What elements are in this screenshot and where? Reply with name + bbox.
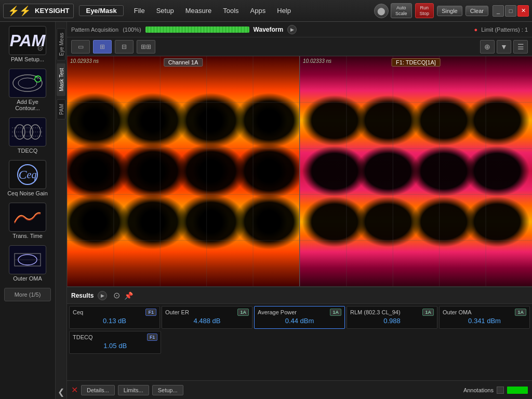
results-pin-button[interactable]: 📌 — [124, 291, 133, 300]
menu-file[interactable]: File — [129, 5, 150, 17]
sidebar-item-eye-contour[interactable]: Add Eye Contour... — [4, 66, 51, 113]
trans-time-label: Trans. Time — [12, 233, 43, 239]
vtab-mask-test[interactable]: Mask Test — [57, 63, 65, 96]
wfm-btn-single[interactable]: ▭ — [71, 40, 90, 54]
eye-contour-label: Add Eye Contour... — [5, 99, 50, 111]
metric-tdecq-name: TDECQ — [73, 334, 93, 340]
acquisition-bar: Pattern Acquisition (100%) Waveform ▶ ● … — [67, 22, 532, 37]
results-label: Results — [71, 292, 94, 299]
run-stop-button[interactable]: RunStop — [415, 3, 434, 19]
outer-oma-label: Outer OMA — [13, 275, 42, 282]
tdecq-label: TDECQ — [18, 148, 38, 154]
sidebar-item-ceq[interactable]: Ceq Ceq Noise Gain — [4, 158, 51, 198]
autoscale-button[interactable]: AutoScale — [391, 3, 412, 19]
metric-rlm-badge: 1A — [422, 309, 434, 316]
sidebar-item-trans-time[interactable]: Trans. Time — [4, 201, 51, 241]
details-button[interactable]: Details... — [81, 385, 115, 395]
acq-progress-bar — [145, 26, 249, 33]
channel-label-2: F1: TDECQ[1A] — [391, 58, 441, 66]
acq-percent: (100%) — [123, 26, 141, 33]
results-play-button[interactable]: ▶ — [98, 291, 107, 300]
camera-button[interactable]: ⬤ — [374, 4, 389, 18]
arrow-down-button[interactable]: ▼ — [497, 40, 511, 54]
vtab-eye-meas[interactable]: Eye Meas — [57, 28, 65, 60]
menu-tools[interactable]: Tools — [218, 5, 244, 17]
vtab-pam[interactable]: PAM — [57, 99, 65, 119]
tdecq-svg — [12, 122, 43, 142]
sidebar-item-outer-oma[interactable]: Outer OMA — [4, 243, 51, 284]
metric-tdecq-value: 1.05 dB — [73, 342, 157, 350]
more-button[interactable]: More (1/5) — [4, 288, 51, 301]
eye-contour-svg — [12, 73, 43, 94]
limits-button[interactable]: Limits... — [118, 385, 149, 395]
metric-avg-power[interactable]: Average Power 1A 0.44 dBm — [254, 306, 345, 329]
metrics-grid: Ceq F1 0.13 dB Outer ER 1A 4.488 dB — [67, 304, 532, 331]
menu-apps[interactable]: Apps — [245, 5, 271, 17]
metric-ceq-value: 0.13 dB — [73, 317, 156, 325]
sidebar-collapse-button[interactable]: ❮ — [56, 385, 66, 399]
metric-avg-power-name: Average Power — [258, 309, 297, 315]
setup-button[interactable]: Setup... — [152, 385, 183, 395]
metric-outer-er[interactable]: Outer ER 1A 4.488 dB — [162, 306, 252, 329]
metric-ceq-name: Ceq — [73, 309, 83, 315]
metric-avg-power-value: 0.44 dBm — [258, 317, 341, 325]
waveform-panel-1: 10.02933 ns Channel 1A — [67, 56, 300, 286]
content-area: Pattern Acquisition (100%) Waveform ▶ ● … — [67, 22, 532, 399]
outer-oma-icon — [9, 245, 46, 274]
eye-contour-icon — [9, 69, 46, 98]
pam-setup-label: PAM Setup... — [11, 56, 44, 62]
sidebar: PAM ⚙ PAM Setup... Add Eye Contour... — [0, 22, 56, 399]
single-button[interactable]: Single — [437, 6, 462, 16]
results-collapse-button[interactable]: ⊙ — [113, 290, 120, 300]
wfm-btn-grid[interactable]: ⊞ — [93, 40, 112, 54]
metric-tdecq-badge: F1 — [147, 334, 158, 341]
main-layout: PAM ⚙ PAM Setup... Add Eye Contour... — [0, 22, 532, 399]
metric-avg-power-badge: 1A — [330, 309, 341, 316]
menu-setup[interactable]: Setup — [151, 5, 179, 17]
trans-time-svg — [12, 207, 43, 228]
wfm-btn-quad[interactable]: ⊞⊞ — [137, 40, 155, 54]
clear-button[interactable]: Clear — [466, 6, 488, 16]
svg-point-1 — [18, 78, 37, 88]
wfm-right-controls: ⊕ ▼ ☰ — [480, 40, 528, 54]
channel-label-1: Channel 1A — [164, 58, 203, 66]
timestamp-1: 10.02933 ns — [70, 58, 99, 64]
pam-setup-icon: PAM ⚙ — [9, 26, 46, 55]
limit-text: ● Limit (Patterns) : 1 — [474, 26, 528, 33]
menu-bar: ⚡⚡ KEYSIGHT Eye/Mask File Setup Measure … — [0, 0, 532, 22]
crosshair-button[interactable]: ⊕ — [480, 40, 495, 54]
timestamp-2: 10.02333 ns — [303, 58, 331, 64]
outer-oma-svg — [12, 249, 43, 270]
grid-overlay-2 — [300, 56, 532, 286]
annotations-checkbox[interactable] — [497, 387, 504, 394]
green-indicator — [507, 387, 528, 394]
sidebar-item-pam-setup[interactable]: PAM ⚙ PAM Setup... — [4, 24, 51, 64]
menu-help[interactable]: Help — [272, 5, 296, 17]
metric-outer-oma-value: 0.341 dBm — [443, 317, 526, 325]
annotations-label: Annotations — [463, 387, 494, 393]
results-header: Results ▶ ⊙ 📌 — [67, 287, 532, 304]
metric-rlm[interactable]: RLM (802.3 CL_94) 1A 0.988 — [347, 306, 437, 329]
grid-overlay-1 — [67, 56, 299, 286]
svg-point-0 — [13, 75, 42, 91]
metric-ceq[interactable]: Ceq F1 0.13 dB — [69, 306, 160, 329]
maximize-button[interactable]: □ — [505, 5, 516, 17]
close-button[interactable]: ✕ — [517, 5, 529, 17]
acq-progress-fill — [145, 26, 249, 33]
limit-dot: ● — [474, 26, 477, 33]
acq-label: Pattern Acquisition — [71, 26, 118, 33]
metric-outer-oma[interactable]: Outer OMA 1A 0.341 dBm — [439, 306, 530, 329]
ceq-icon-container: Ceq — [9, 160, 46, 189]
sidebar-item-tdecq[interactable]: TDECQ — [4, 115, 51, 156]
metric-outer-er-name: Outer ER — [165, 309, 189, 315]
metric-outer-er-badge: 1A — [237, 309, 249, 316]
eye-mask-tab[interactable]: Eye/Mask — [79, 5, 123, 16]
waveform-play-button[interactable]: ▶ — [287, 25, 297, 34]
metric-ceq-badge: F1 — [145, 309, 156, 316]
metric-tdecq[interactable]: TDECQ F1 1.05 dB — [69, 331, 161, 354]
minimize-button[interactable]: _ — [493, 5, 504, 17]
menu-button[interactable]: ☰ — [513, 40, 528, 54]
trans-time-icon — [9, 203, 46, 232]
wfm-btn-split[interactable]: ⊟ — [115, 40, 134, 54]
menu-measure[interactable]: Measure — [180, 5, 217, 17]
